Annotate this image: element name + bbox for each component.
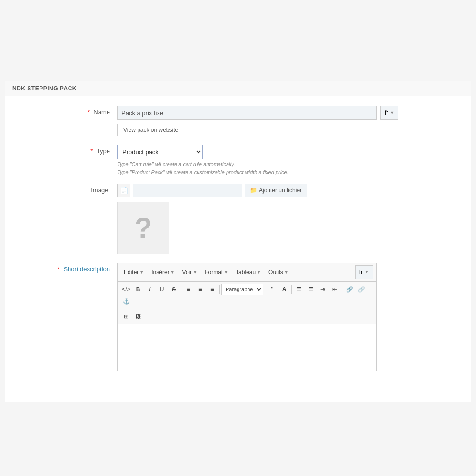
- lang-selector: fr ▼: [380, 106, 398, 120]
- chevron-inserer: ▼: [170, 270, 175, 275]
- short-desc-content: Editer ▼ Insérer ▼ Voir ▼: [117, 263, 464, 371]
- toolbar-ol-btn[interactable]: ☰: [305, 284, 317, 295]
- name-label: * Name: [12, 106, 117, 116]
- menu-format[interactable]: Format ▼: [201, 268, 231, 277]
- chevron-down-icon: ▼: [390, 110, 394, 115]
- lang-btn[interactable]: fr ▼: [380, 106, 398, 120]
- toolbar-code-btn[interactable]: </>: [120, 284, 132, 295]
- placeholder-question-mark: ?: [135, 214, 152, 242]
- toolbar-outdent-btn[interactable]: ⇤: [329, 284, 340, 295]
- file-input[interactable]: [133, 184, 242, 197]
- toolbar-anchor-btn[interactable]: ⚓: [120, 296, 132, 307]
- file-icon: 📄: [117, 184, 130, 197]
- toolbar-sep5: [342, 285, 342, 294]
- editor-toolbar-row1: </> B I U S: [117, 281, 377, 309]
- editor-menubar: Editer ▼ Insérer ▼ Voir ▼: [117, 263, 377, 281]
- image-row: 📄 📁 Ajouter un fichier: [117, 184, 464, 197]
- main-panel: NDK STEPPING PACK * Name fr ▼: [5, 81, 471, 402]
- toolbar-sep2: [219, 285, 220, 294]
- editor-wrap: Editer ▼ Insérer ▼ Voir ▼: [117, 263, 377, 371]
- editor-lang-btn[interactable]: fr ▼: [355, 265, 373, 279]
- toolbar-table-btn[interactable]: ⊞: [120, 311, 132, 322]
- toolbar-sep4: [291, 285, 292, 294]
- toolbar-unlink-btn[interactable]: 🔗: [356, 284, 367, 295]
- name-input[interactable]: [117, 106, 377, 120]
- editor-toolbar-row2: ⊞ 🖼: [117, 309, 377, 324]
- panel-body: * Name fr ▼: [5, 96, 471, 389]
- toolbar-paragraph-select[interactable]: Paragraphe: [221, 284, 263, 295]
- short-desc-label: * Short description: [12, 263, 117, 273]
- image-label: Image:: [12, 184, 117, 194]
- chevron-tableau: ▼: [257, 270, 261, 275]
- chevron-editer: ▼: [139, 270, 144, 275]
- hint-line1: Type "Cart rule" wil create a cart rule …: [117, 161, 464, 167]
- type-group: * Type Product pack Cart rule Type "Cart…: [12, 145, 464, 175]
- image-placeholder: ?: [117, 202, 169, 254]
- name-group: * Name fr ▼: [12, 106, 464, 136]
- hint-line2: Type "Product Pack" wil create a customi…: [117, 169, 464, 175]
- image-content: 📄 📁 Ajouter un fichier ?: [117, 184, 464, 254]
- folder-icon: 📁: [250, 187, 257, 194]
- required-star-desc: *: [58, 266, 60, 273]
- add-file-button[interactable]: 📁 Ajouter un fichier: [245, 184, 307, 197]
- toolbar-ul-btn[interactable]: ☰: [293, 284, 305, 295]
- type-content: Product pack Cart rule Type "Cart rule" …: [117, 145, 464, 175]
- toolbar-align-left-btn[interactable]: ≡: [183, 284, 194, 295]
- toolbar-bold-btn[interactable]: B: [132, 284, 144, 295]
- editor-area[interactable]: [117, 324, 377, 371]
- short-desc-group: * Short description Editer ▼ Insérer: [12, 263, 464, 371]
- chevron-outils: ▼: [284, 270, 288, 275]
- menu-inserer[interactable]: Insérer ▼: [148, 268, 178, 277]
- panel-title: NDK STEPPING PACK: [12, 85, 77, 92]
- lang-label: fr: [385, 109, 388, 116]
- view-pack-button[interactable]: View pack on website: [117, 124, 184, 136]
- toolbar-underline-btn[interactable]: U: [156, 284, 168, 295]
- toolbar-sep1: [181, 285, 181, 294]
- toolbar-italic-btn[interactable]: I: [144, 284, 156, 295]
- required-star-type: *: [90, 148, 93, 155]
- menu-tableau[interactable]: Tableau ▼: [232, 268, 264, 277]
- toolbar-align-right-btn[interactable]: ≡: [207, 284, 218, 295]
- editor-lang-label: fr: [359, 269, 363, 276]
- toolbar-strikethrough-btn[interactable]: S: [168, 284, 179, 295]
- name-row: fr ▼: [117, 106, 464, 120]
- chevron-editor-lang: ▼: [365, 270, 369, 275]
- chevron-voir: ▼: [193, 270, 197, 275]
- name-content: fr ▼ View pack on website: [117, 106, 464, 136]
- image-group: Image: 📄 📁 Ajouter un fichier ?: [12, 184, 464, 254]
- chevron-format: ▼: [224, 270, 228, 275]
- toolbar-blockquote-btn[interactable]: ": [267, 284, 278, 295]
- type-select[interactable]: Product pack Cart rule: [117, 145, 203, 159]
- type-label: * Type: [12, 145, 117, 155]
- menu-outils[interactable]: Outils ▼: [265, 268, 292, 277]
- page-wrapper: NDK STEPPING PACK * Name fr ▼: [0, 0, 476, 476]
- toolbar-align-center-btn[interactable]: ≡: [195, 284, 206, 295]
- panel-header: NDK STEPPING PACK: [5, 81, 471, 96]
- required-star: *: [88, 109, 90, 116]
- toolbar-highlight-btn[interactable]: A: [278, 284, 290, 295]
- toolbar-link-btn[interactable]: 🔗: [344, 284, 355, 295]
- menu-voir[interactable]: Voir ▼: [179, 268, 201, 277]
- menu-editer[interactable]: Editer ▼: [120, 268, 147, 277]
- bottom-bar: [5, 392, 471, 402]
- toolbar-indent-btn[interactable]: ⇥: [317, 284, 328, 295]
- toolbar-sep3: [265, 285, 265, 294]
- toolbar-image-btn[interactable]: 🖼: [132, 311, 144, 322]
